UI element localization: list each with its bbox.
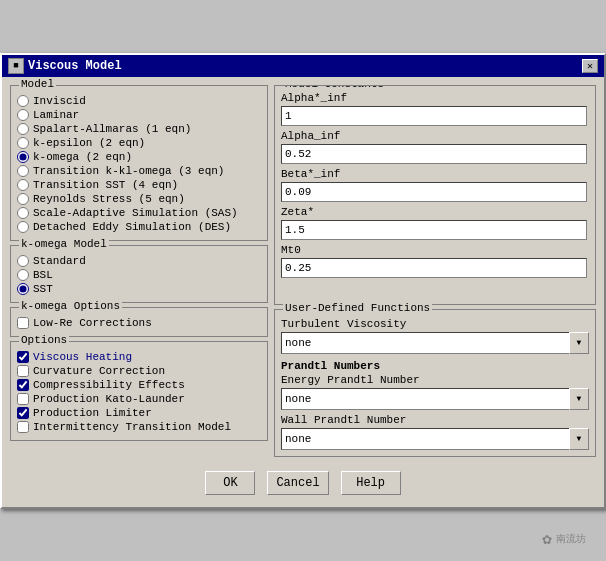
help-button[interactable]: Help [341,471,401,495]
model-option-spalart[interactable]: Spalart-Allmaras (1 eqn) [17,122,261,136]
input-beta-star-inf[interactable] [281,182,587,202]
energy-prandtl-select[interactable]: none [281,388,589,410]
prandtl-title: Prandtl Numbers [281,360,589,372]
label-des: Detached Eddy Simulation (DES) [33,221,231,233]
turbulent-viscosity-label: Turbulent Viscosity [281,318,589,330]
ok-button[interactable]: OK [205,471,255,495]
radio-inviscid[interactable] [17,95,29,107]
intermittency-item[interactable]: Intermittency Transition Model [17,420,261,434]
komega-options-group: k-omega Options Low-Re Corrections [10,307,268,337]
kato-launder-item[interactable]: Production Kato-Launder [17,392,261,406]
label-transition-sst: Transition SST (4 eqn) [33,179,178,191]
wall-prandtl-select[interactable]: none [281,428,589,450]
close-button[interactable]: ✕ [582,59,598,73]
lowre-item[interactable]: Low-Re Corrections [17,316,261,330]
cancel-button[interactable]: Cancel [267,471,328,495]
label-laminar: Laminar [33,109,79,121]
label-spalart: Spalart-Allmaras (1 eqn) [33,123,191,135]
label-sas: Scale-Adaptive Simulation (SAS) [33,207,238,219]
radio-laminar[interactable] [17,109,29,121]
energy-prandtl-container: none ▼ [281,388,589,410]
checkbox-compressibility[interactable] [17,379,29,391]
label-standard: Standard [33,255,86,267]
constants-scroll[interactable]: Alpha*_inf Alpha_inf Beta*_inf Zeta* Mt0 [281,90,589,298]
radio-kepsilon[interactable] [17,137,29,149]
komega-sst[interactable]: SST [17,282,261,296]
label-kepsilon: k-epsilon (2 eqn) [33,137,145,149]
window-title: Viscous Model [28,59,122,73]
watermark-text: 南流坊 [556,532,586,546]
checkbox-curvature[interactable] [17,365,29,377]
label-lowre: Low-Re Corrections [33,317,152,329]
model-option-kepsilon[interactable]: k-epsilon (2 eqn) [17,136,261,150]
viscous-model-window: ■ Viscous Model ✕ Model Inviscid [0,53,606,509]
label-reynolds: Reynolds Stress (5 eqn) [33,193,185,205]
model-option-transition-sst[interactable]: Transition SST (4 eqn) [17,178,261,192]
label-bsl: BSL [33,269,53,281]
radio-standard[interactable] [17,255,29,267]
radio-transition-sst[interactable] [17,179,29,191]
udf-group: User-Defined Functions Turbulent Viscosi… [274,309,596,457]
checkbox-limiter[interactable] [17,407,29,419]
options-items: Viscous Heating Curvature Correction Com… [17,350,261,434]
limiter-item[interactable]: Production Limiter [17,406,261,420]
main-area: Model Inviscid Laminar Spalart-Allmar [10,85,596,457]
label-transition-kl: Transition k-kl-omega (3 eqn) [33,165,224,177]
komega-standard[interactable]: Standard [17,254,261,268]
window-icon: ■ [8,58,24,74]
label-alpha-star-inf: Alpha*_inf [281,92,587,104]
options-group: Options Viscous Heating Curvature Correc… [10,341,268,441]
button-bar: OK Cancel Help ✿ 南流坊 [10,463,596,499]
compressibility-item[interactable]: Compressibility Effects [17,378,261,392]
label-limiter: Production Limiter [33,407,152,419]
model-option-reynolds[interactable]: Reynolds Stress (5 eqn) [17,192,261,206]
komega-model-group-title: k-omega Model [19,238,109,250]
viscous-heating-item[interactable]: Viscous Heating [17,350,261,364]
curvature-item[interactable]: Curvature Correction [17,364,261,378]
radio-bsl[interactable] [17,269,29,281]
model-option-inviscid[interactable]: Inviscid [17,94,261,108]
radio-komega[interactable] [17,151,29,163]
label-mt0: Mt0 [281,244,587,256]
radio-reynolds[interactable] [17,193,29,205]
komega-model-group: k-omega Model Standard BSL SST [10,245,268,303]
label-viscous-heating: Viscous Heating [33,351,132,363]
input-alpha-star-inf[interactable] [281,106,587,126]
checkbox-kato-launder[interactable] [17,393,29,405]
model-option-transition-kl[interactable]: Transition k-kl-omega (3 eqn) [17,164,261,178]
radio-transition-kl[interactable] [17,165,29,177]
left-panel: Model Inviscid Laminar Spalart-Allmar [10,85,268,457]
checkbox-viscous-heating[interactable] [17,351,29,363]
model-constants-group: Model Constants Alpha*_inf Alpha_inf Bet… [274,85,596,305]
right-panel: Model Constants Alpha*_inf Alpha_inf Bet… [274,85,596,457]
label-alpha-inf: Alpha_inf [281,130,587,142]
turbulent-viscosity-select[interactable]: none [281,332,589,354]
watermark-area: ✿ 南流坊 [542,529,586,549]
radio-sst[interactable] [17,283,29,295]
label-intermittency: Intermittency Transition Model [33,421,231,433]
model-option-sas[interactable]: Scale-Adaptive Simulation (SAS) [17,206,261,220]
model-options: Inviscid Laminar Spalart-Allmaras (1 eqn… [17,94,261,234]
label-sst: SST [33,283,53,295]
radio-sas[interactable] [17,207,29,219]
radio-des[interactable] [17,221,29,233]
model-option-komega[interactable]: k-omega (2 eqn) [17,150,261,164]
title-bar-left: ■ Viscous Model [8,58,122,74]
input-alpha-inf[interactable] [281,144,587,164]
checkbox-lowre[interactable] [17,317,29,329]
komega-bsl[interactable]: BSL [17,268,261,282]
model-option-des[interactable]: Detached Eddy Simulation (DES) [17,220,261,234]
radio-spalart[interactable] [17,123,29,135]
prandtl-section: Prandtl Numbers Energy Prandtl Number no… [281,360,589,450]
checkbox-intermittency[interactable] [17,421,29,433]
label-zeta-star: Zeta* [281,206,587,218]
label-curvature: Curvature Correction [33,365,165,377]
input-mt0[interactable] [281,258,587,278]
komega-model-options: Standard BSL SST [17,254,261,296]
komega-options-group-title: k-omega Options [19,300,122,312]
turbulent-viscosity-container: none ▼ [281,332,589,354]
model-option-laminar[interactable]: Laminar [17,108,261,122]
input-zeta-star[interactable] [281,220,587,240]
label-kato-launder: Production Kato-Launder [33,393,185,405]
model-group: Model Inviscid Laminar Spalart-Allmar [10,85,268,241]
